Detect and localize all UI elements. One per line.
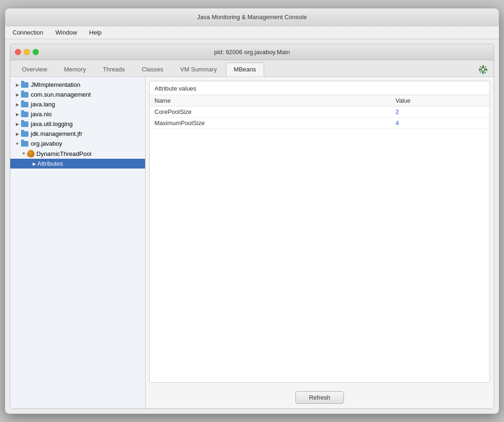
table-row: CorePoolSize 2 — [150, 106, 490, 118]
minimize-button[interactable] — [24, 49, 30, 55]
folder-icon — [21, 91, 29, 98]
right-panel: Attribute values Name Value CorePoolSize — [146, 77, 494, 408]
inner-window: pid: 92006 org.javaboy.Main Overview Mem… — [10, 44, 494, 409]
refresh-button[interactable]: Refresh — [295, 391, 344, 404]
tree-item-javalang[interactable]: ▶ java.lang — [10, 99, 145, 109]
attr-name: CorePoolSize — [150, 106, 391, 118]
chevron-down-icon: ▼ — [14, 141, 21, 147]
attr-value: 4 — [391, 118, 490, 129]
tabs-bar: Overview Memory Threads Classes VM Summa… — [10, 60, 494, 77]
tree-label: java.lang — [31, 101, 55, 108]
tree-label: DynamicThreadPool — [36, 150, 91, 157]
chevron-right-icon: ▶ — [14, 121, 21, 127]
table-row: MaximumPoolSize 4 — [150, 118, 490, 129]
chevron-right-icon: ▶ — [31, 161, 37, 167]
tree-item-javanio[interactable]: ▶ java.nio — [10, 109, 145, 119]
folder-icon — [21, 121, 29, 127]
menu-window[interactable]: Window — [54, 28, 79, 37]
chevron-right-icon: ▶ — [14, 91, 21, 98]
tab-overview[interactable]: Overview — [14, 63, 55, 77]
tab-threads[interactable]: Threads — [95, 63, 133, 77]
folder-icon — [21, 101, 29, 108]
chevron-down-icon: ▼ — [21, 150, 27, 157]
chevron-right-icon: ▶ — [14, 111, 21, 118]
inner-title: pid: 92006 org.javaboy.Main — [214, 49, 290, 56]
maximize-button[interactable] — [33, 49, 39, 55]
svg-point-2 — [482, 65, 484, 67]
section-title: Attribute values — [150, 81, 490, 95]
tree-panel: ▶ JMImplementation ▶ com.sun.management … — [10, 77, 146, 408]
chevron-right-icon: ▶ — [14, 101, 21, 108]
menu-bar: Connection Window Help — [5, 26, 499, 39]
traffic-lights — [15, 49, 39, 55]
col-name-header: Name — [150, 95, 391, 106]
tree-item-javalogging[interactable]: ▶ java.util.logging — [10, 119, 145, 129]
tab-mbeans[interactable]: MBeans — [226, 63, 264, 77]
attribute-values-section: Attribute values Name Value CorePoolSize — [149, 81, 490, 383]
tree-label: Attributes — [37, 160, 63, 167]
svg-point-0 — [481, 68, 485, 71]
folder-icon — [21, 111, 29, 118]
svg-point-4 — [479, 69, 481, 70]
tree-label: com.sun.management — [31, 91, 91, 98]
bean-icon — [27, 150, 35, 157]
attr-value: 2 — [391, 106, 490, 118]
inner-title-bar: pid: 92006 org.javaboy.Main — [10, 44, 494, 60]
main-window: Java Monitoring & Management Console Con… — [5, 8, 499, 414]
tree-label: java.util.logging — [31, 120, 73, 127]
tree-item-orgjavaboy[interactable]: ▼ org.javaboy — [10, 139, 145, 148]
tree-item-attributes[interactable]: ▶ Attributes — [10, 159, 145, 169]
menu-connection[interactable]: Connection — [11, 28, 45, 37]
tree-item-comsun[interactable]: ▶ com.sun.management — [10, 90, 145, 99]
tree-label: java.nio — [31, 111, 52, 118]
tree-label: jdk.management.jfr — [31, 130, 83, 137]
attr-name: MaximumPoolSize — [150, 118, 391, 129]
col-value-header: Value — [391, 95, 490, 106]
tree-label: org.javaboy — [31, 140, 62, 147]
close-button[interactable] — [15, 49, 21, 55]
chevron-right-icon: ▶ — [14, 82, 21, 88]
chevron-right-icon: ▶ — [14, 131, 21, 137]
svg-point-5 — [485, 69, 487, 70]
tree-item-jdkjfr[interactable]: ▶ jdk.management.jfr — [10, 129, 145, 139]
folder-icon — [21, 82, 29, 88]
attribute-table: Name Value CorePoolSize 2 MaximumPoolSiz… — [150, 95, 490, 129]
settings-icon — [478, 64, 490, 77]
bottom-bar: Refresh — [146, 387, 494, 408]
window-title: Java Monitoring & Management Console — [197, 14, 307, 21]
tab-classes[interactable]: Classes — [134, 63, 171, 77]
main-content: ▶ JMImplementation ▶ com.sun.management … — [10, 77, 494, 408]
tree-label: JMImplementation — [31, 81, 80, 88]
folder-icon — [21, 131, 29, 137]
tree-item-jmimpl[interactable]: ▶ JMImplementation — [10, 80, 145, 90]
tab-vm-summary[interactable]: VM Summary — [172, 63, 225, 77]
tab-memory[interactable]: Memory — [56, 63, 94, 77]
title-bar: Java Monitoring & Management Console — [5, 8, 499, 26]
menu-help[interactable]: Help — [87, 28, 104, 37]
svg-point-3 — [482, 72, 484, 74]
tree-item-dynamicpool[interactable]: ▼ DynamicThreadPool — [10, 148, 145, 159]
folder-icon — [21, 141, 29, 147]
